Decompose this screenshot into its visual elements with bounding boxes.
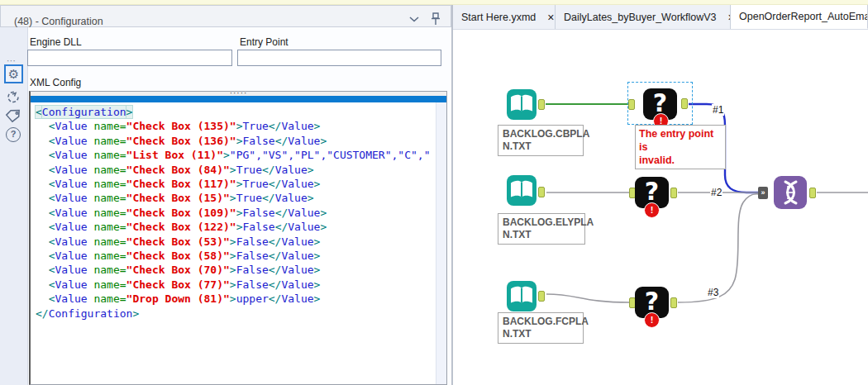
input-anchor[interactable]	[628, 99, 635, 110]
input-data-tool-2[interactable]	[507, 175, 537, 206]
engine-dll-label: Engine DLL	[30, 36, 82, 48]
multi-input-anchor[interactable]: »	[758, 187, 768, 199]
help-icon[interactable]: ?	[6, 127, 21, 142]
tab-dailylates-workflow[interactable]: DailyLates_byBuyer_WorkflowV3 ×	[556, 5, 731, 29]
output-anchor[interactable]	[538, 187, 545, 197]
helix-icon	[774, 176, 807, 209]
engine-dll-field[interactable]	[27, 50, 232, 66]
error-badge-icon: !	[644, 202, 660, 218]
open-book-icon	[507, 89, 537, 120]
chevron-down-icon[interactable]	[409, 17, 419, 22]
output-anchor[interactable]	[809, 188, 816, 198]
entry-point-label: Entry Point	[240, 36, 289, 48]
output-anchor[interactable]	[538, 291, 545, 302]
xml-scrollbar[interactable]	[436, 102, 446, 384]
tool-annotation[interactable]: BACKLOG.CBPLA N.TXT	[498, 125, 584, 156]
tab-start-here[interactable]: Start Here.yxmd ×	[453, 5, 556, 29]
open-book-icon	[507, 175, 537, 206]
tab-openorderreport-active[interactable]: OpenOrderReport_AutoEmail.	[731, 5, 868, 29]
splitter-bar[interactable]	[31, 96, 446, 102]
open-book-icon	[507, 281, 537, 311]
gear-icon[interactable]: ⚙	[4, 64, 23, 83]
xml-config-editor[interactable]: ····· <Configuration> <Value name="Check…	[29, 91, 447, 385]
input-data-tool-1[interactable]	[507, 89, 537, 120]
pin-icon[interactable]	[430, 12, 441, 26]
wire-label-3: #3	[707, 287, 719, 298]
output-anchor[interactable]	[670, 188, 677, 198]
xml-config-label: XML Config	[30, 77, 81, 88]
configuration-panel-title: (48) - Configuration	[14, 16, 103, 27]
error-badge-icon: !	[644, 312, 660, 328]
document-tab-bar: Start Here.yxmd × DailyLates_byBuyer_Wor…	[453, 5, 868, 30]
xml-code[interactable]: <Configuration> <Value name="Check Box (…	[31, 102, 435, 384]
union-tool[interactable]	[774, 176, 807, 209]
tool-annotation[interactable]: BACKLOG.FCPLA N.TXT	[498, 312, 584, 344]
tool-annotation[interactable]: BACKLOG.ELYPLA N.TXT	[498, 213, 585, 245]
configuration-sidebar: ⋯ ⚙ ?	[0, 27, 28, 385]
close-icon[interactable]: ×	[547, 12, 554, 23]
error-tooltip: The entry point is invalid.	[635, 125, 726, 169]
tag-icon[interactable]	[5, 108, 22, 124]
run-refresh-icon[interactable]	[6, 89, 21, 105]
output-anchor[interactable]	[538, 99, 545, 110]
wire-label-2: #2	[710, 187, 723, 198]
output-anchor[interactable]	[670, 297, 677, 308]
entry-point-field[interactable]	[237, 50, 441, 66]
input-data-tool-3[interactable]	[507, 281, 537, 311]
configuration-panel-titlebar: (48) - Configuration	[0, 5, 451, 27]
output-anchor[interactable]	[681, 98, 688, 109]
wire-label-1: #1	[712, 104, 724, 116]
